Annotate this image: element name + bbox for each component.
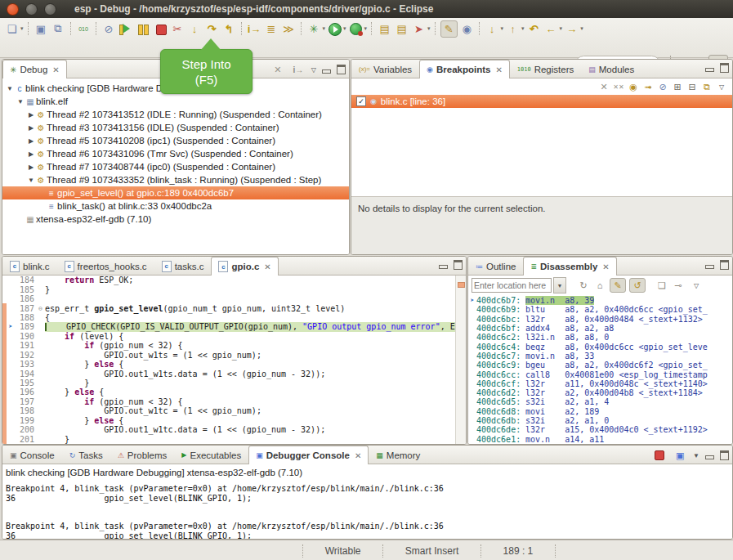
debug-tree-row[interactable]: ≡blink_task() at blink.c:33 0x400dbc2a	[2, 199, 349, 213]
home-icon[interactable]: ⌂	[592, 279, 607, 292]
line-number[interactable]: 188	[15, 313, 36, 322]
view-menu-icon[interactable]: ▽	[311, 66, 316, 74]
skip-all-breakpoints-icon[interactable]: ⊘	[101, 21, 117, 37]
code-line[interactable]: 191 if (gpio_num < 32) {	[2, 341, 466, 350]
line-number[interactable]: 189	[15, 322, 36, 331]
last-edit-location-icon[interactable]: ↶	[526, 21, 542, 37]
minimize-icon[interactable]	[322, 69, 331, 74]
close-icon[interactable]: ✕	[602, 262, 609, 271]
debug-tree-row[interactable]: ▶⚙Thread #5 1073410208 (ipc1) (Suspended…	[2, 134, 349, 147]
coverage-icon[interactable]	[348, 21, 364, 37]
next-annotation-icon[interactable]: ↓	[485, 21, 500, 37]
code-line[interactable]: 188{	[2, 313, 466, 322]
line-number[interactable]: 191	[15, 341, 36, 350]
code-line[interactable]: 199 } else {	[2, 416, 466, 425]
remove-all-breakpoints-icon[interactable]: ✕✕	[611, 80, 626, 93]
previous-annotation-icon[interactable]: ↑	[505, 21, 521, 37]
minimize-icon[interactable]	[439, 265, 448, 269]
pin-icon[interactable]: ⊸	[671, 279, 686, 292]
dropdown-arrow-icon[interactable]: ▾	[364, 25, 368, 32]
external-tools-icon[interactable]: ➤	[411, 21, 427, 37]
tab-outline[interactable]: ≔ Outline	[468, 257, 523, 275]
dropdown-arrow-icon[interactable]: ▾	[427, 25, 431, 32]
view-menu-icon[interactable]: ▽	[694, 282, 699, 289]
window-maximize-button[interactable]	[44, 3, 56, 16]
disassembly-line[interactable]: 400dc6e1:mov.n a14, a11	[468, 434, 732, 443]
minimize-icon[interactable]	[705, 68, 714, 72]
terminate-icon[interactable]	[153, 21, 168, 37]
tab-modules[interactable]: ▤ Modules	[581, 60, 641, 78]
go-to-file-icon[interactable]: ➟	[641, 80, 655, 93]
refresh-icon[interactable]: ↻	[576, 279, 591, 292]
line-number[interactable]: 187	[15, 304, 36, 313]
minimize-icon[interactable]	[705, 265, 714, 269]
forward-icon[interactable]: →	[564, 21, 579, 37]
disassembly-line[interactable]: 400dc6c7:movi.n a8, 33	[468, 352, 732, 361]
minimize-icon[interactable]	[705, 455, 714, 459]
debug-tree-row[interactable]: ▶⚙Thread #3 1073413156 (IDLE) (Suspended…	[2, 121, 349, 134]
line-number[interactable]: 185	[15, 285, 36, 294]
step-into-icon[interactable]: ↓	[187, 21, 203, 37]
dropdown-arrow-icon[interactable]: ▾	[521, 25, 525, 32]
tab-console[interactable]: ▣ Console	[2, 446, 62, 464]
debug-icon[interactable]: ✳	[306, 21, 322, 37]
tab-debugger-console[interactable]: ▣ Debugger Console ✕	[248, 446, 369, 464]
disassembly-line[interactable]: 400dc6cc:call8 0x40081e00 <esp_log_times…	[468, 370, 732, 379]
back-icon[interactable]: ←	[543, 21, 559, 37]
step-return-icon[interactable]: ↰	[221, 21, 237, 37]
collapse-all-icon[interactable]: ⊟	[685, 80, 699, 93]
debug-tree-row-selected[interactable]: ≡gpio_set_level() at gpio.c:189 0x400dc6…	[2, 186, 349, 199]
step-filters-icon[interactable]: ≫	[281, 21, 297, 37]
code-line[interactable]: 187⊖esp_err_t gpio_set_level(gpio_num_t …	[2, 303, 466, 312]
track-expression-icon[interactable]: ✎	[610, 278, 626, 293]
tab-disassembly[interactable]: ≣ Disassembly ✕	[523, 257, 616, 276]
world-icon[interactable]: ◉	[459, 21, 475, 37]
instruction-stepping-mode-icon[interactable]: i→	[291, 63, 306, 76]
tab-debug[interactable]: ✳ Debug ✕	[2, 60, 67, 78]
dropdown-arrow-icon[interactable]: ▾	[20, 25, 24, 32]
resume-icon[interactable]	[118, 21, 134, 37]
console-menu-icon[interactable]: ▼	[693, 452, 699, 459]
dropdown-arrow-icon[interactable]: ▾	[501, 25, 504, 32]
instruction-stepping-icon[interactable]: i→	[247, 21, 262, 37]
console-output[interactable]: blink checking [GDB Hardware Debugging] …	[2, 464, 732, 539]
line-number[interactable]: 193	[15, 360, 36, 369]
tab-gpio-c[interactable]: c gpio.c ✕	[211, 257, 278, 276]
sync-with-active-debug-context-icon[interactable]: ↺	[629, 278, 646, 293]
save-all-icon[interactable]: ⧉	[51, 21, 66, 37]
open-folder-icon[interactable]: ▤	[377, 21, 392, 37]
window-minimize-button[interactable]	[25, 3, 38, 16]
window-close-button[interactable]	[7, 3, 19, 16]
code-editor[interactable]: 184 return ESP_OK;185}186187⊖esp_err_t g…	[2, 276, 466, 444]
close-icon[interactable]: ✕	[495, 65, 502, 74]
disassembly-line[interactable]: 400dc6c9:bgeu a8, a2, 0x400dc6f2 <gpio_s…	[468, 361, 732, 370]
tab-variables[interactable]: (x)= Variables	[351, 60, 419, 78]
view-menu-icon[interactable]: ▽	[714, 80, 729, 93]
disconnect-icon[interactable]: ✂	[170, 21, 185, 37]
line-number[interactable]: 196	[15, 388, 36, 396]
fold-marker-icon[interactable]: ⊖	[36, 305, 45, 312]
tab-memory[interactable]: ▦ Memory	[369, 446, 427, 464]
line-number[interactable]: 198	[15, 406, 36, 415]
terminate-console-icon[interactable]	[652, 449, 667, 462]
line-number[interactable]: 200	[15, 425, 36, 434]
tab-registers[interactable]: 1010 Registers	[510, 60, 581, 78]
location-dropdown-icon[interactable]: ▼	[553, 277, 566, 293]
tab-tasks-c[interactable]: c tasks.c	[154, 257, 212, 275]
line-number[interactable]: 192	[15, 351, 36, 360]
code-line[interactable]: 201 }	[2, 434, 466, 443]
code-line[interactable]: 195 }	[2, 379, 466, 388]
disassembly-line[interactable]: 400dc6de:l32r a15, 0x400d04c0 <_stext+11…	[468, 425, 732, 434]
debug-tree-row[interactable]: ▶⚙Thread #7 1073408744 (ipc0) (Suspended…	[2, 160, 349, 173]
tab-problems[interactable]: ⚠ Problems	[110, 446, 175, 464]
disassembly-line[interactable]: 400dc6bc:l32r a8, 0x400d0484 <_stext+113…	[468, 315, 732, 324]
line-number[interactable]: 197	[15, 397, 36, 406]
skip-all-breakpoints-icon[interactable]: ⊘	[655, 80, 670, 93]
debug-tree-row[interactable]: ▶⚙Thread #2 1073413512 (IDLE : Running) …	[2, 108, 349, 121]
close-icon[interactable]: ✕	[264, 262, 270, 271]
maximize-icon[interactable]	[720, 450, 729, 460]
line-number[interactable]: 195	[15, 379, 36, 388]
link-with-debug-icon[interactable]: ⧉	[699, 80, 714, 93]
maximize-icon[interactable]	[720, 63, 729, 73]
disassembly-line[interactable]: 400dc6d8:movi a2, 189	[468, 407, 732, 416]
